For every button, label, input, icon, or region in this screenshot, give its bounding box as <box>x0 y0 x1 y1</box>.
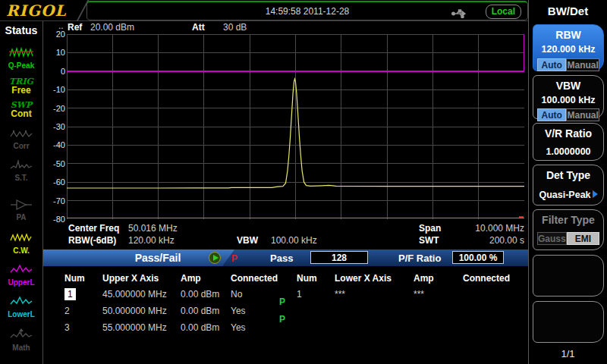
upper-limit-wave-icon <box>10 262 33 278</box>
readout-row-1: Center Freq 50.016 MHz Span 10.000 MHz <box>43 223 528 234</box>
pass-fail-bar: Pass/Fail P Pass 128 P/F Ratio 100.00 % <box>43 249 528 266</box>
att-label: Att <box>192 22 205 33</box>
upper-row-connected[interactable]: Yes <box>231 305 281 322</box>
softkey-vr-ratio[interactable]: V/R Ratio 1.0000000 <box>533 123 604 161</box>
menu-title: BW/Det <box>529 5 607 17</box>
softkey-vbw[interactable]: VBW 100.000 kHz Auto Manual <box>533 75 604 119</box>
math-wave-icon <box>10 328 33 344</box>
upper-row-amp[interactable]: 0.00 dBm <box>181 305 231 322</box>
col-header-connected-upper: Connected <box>231 266 281 288</box>
sidebar-item-label: S.T. <box>14 174 27 182</box>
sweep-time-wave-icon <box>10 159 33 174</box>
preamp-icon <box>10 199 33 213</box>
softkey-blank-2[interactable] <box>533 301 604 343</box>
pf-ratio-value: 100.00 % <box>452 251 504 264</box>
sidebar-title: Status <box>5 24 38 38</box>
sidebar-item-math: Math <box>10 328 33 352</box>
det-type-label: Det Type <box>533 169 603 181</box>
y-axis-tick: 10 <box>45 48 65 57</box>
vbw-manual-toggle[interactable]: Manual <box>566 108 599 121</box>
lower-row-x[interactable]: *** <box>335 288 414 305</box>
center-freq-value: 50.016 MHz <box>128 223 178 234</box>
y-axis-tick: -40 <box>45 140 65 149</box>
span-label: Span <box>419 223 441 234</box>
swp-value: Cont <box>11 109 31 118</box>
center-freq-label: Center Freq <box>68 223 119 234</box>
upper-row-amp[interactable]: 0.00 dBm <box>181 322 231 338</box>
vbw-label: VBW <box>237 235 258 246</box>
selected-cell[interactable]: 1 <box>64 288 76 300</box>
softkey-det-type[interactable]: Det Type Quasi-Peak <box>533 165 604 206</box>
upper-row-num[interactable]: 2 <box>64 305 102 322</box>
span-value: 10.000 MHz <box>475 223 524 234</box>
upper-row-x[interactable]: 45.000000 MHz <box>102 288 181 305</box>
y-axis-tick: -30 <box>45 122 65 131</box>
filter-emi-toggle[interactable]: EMI <box>567 232 599 245</box>
pass-count-value: 128 <box>310 251 368 264</box>
upper-row-num[interactable]: 1 <box>64 288 102 305</box>
y-axis-tick: 20 <box>45 30 65 39</box>
sidebar-item-label: PA <box>16 214 26 221</box>
pf-ratio-label: P/F Ratio <box>398 253 441 264</box>
upper-row-amp[interactable]: 0.00 dBm <box>181 288 231 305</box>
sidebar-item-label: Corr <box>13 143 29 150</box>
swt-value: 200.00 s <box>489 235 524 246</box>
col-header-lower-x: Lower X Axis <box>335 266 414 288</box>
local-mode-badge: Local <box>486 5 521 19</box>
col-header-amp-lower: Amp <box>414 266 463 288</box>
softkey-filter-type[interactable]: Filter Type Gauss EMI <box>533 209 604 250</box>
col-header-upper-x: Upper X Axis <box>102 266 181 288</box>
swt-label: SWT <box>419 235 439 246</box>
lower-row-num[interactable]: 1 <box>297 288 335 305</box>
quasi-peak-wave-icon <box>9 46 33 61</box>
trig-value: Free <box>11 86 30 95</box>
upper-row-num[interactable]: 3 <box>64 322 102 338</box>
upper-row-x[interactable]: 50.000000 MHz <box>102 305 181 322</box>
status-sidebar: Status Q-Peak TRIG Free SWP Cont <box>0 21 43 364</box>
ref-label: Ref <box>68 22 82 33</box>
rigol-logo: RIGOL <box>6 2 67 20</box>
softkey-panel: BW/Det RBW 120.000 kHz Auto Manual VBW 1… <box>528 0 607 364</box>
sidebar-item-cw: C.W. <box>10 231 33 255</box>
top-bar: RIGOL 14:59:58 2011-12-28 Local <box>0 0 607 21</box>
menu-page-indicator: 1/1 <box>529 348 607 359</box>
upper-row-x[interactable]: 55.000000 MHz <box>102 322 181 338</box>
play-button[interactable] <box>209 252 221 264</box>
sidebar-item-lowerl: LowerL <box>8 294 35 318</box>
sidebar-item-upperl: UpperL <box>8 262 35 287</box>
pass-indicator-p: P <box>231 253 237 264</box>
pass-count-label: Pass <box>270 253 293 264</box>
rbw-menu-label: RBW <box>533 29 603 41</box>
softkey-rbw[interactable]: RBW 120.000 kHz Auto Manual <box>533 24 604 71</box>
y-axis-tick: -50 <box>45 159 65 168</box>
y-axis-tick: -10 <box>45 85 65 94</box>
rbw-auto-toggle[interactable]: Auto <box>537 58 566 71</box>
pass-fail-title-tab: Pass/Fail <box>43 249 234 266</box>
rbw-value: 120.00 kHz <box>128 235 175 246</box>
sidebar-item-corr: Corr <box>10 127 33 150</box>
col-header-num-upper: Num <box>64 266 102 288</box>
lower-row-amp[interactable]: *** <box>414 288 463 305</box>
y-axis-tick: 0 <box>45 67 65 76</box>
filter-gauss-toggle[interactable]: Gauss <box>537 232 567 245</box>
sidebar-item-label: C.W. <box>13 247 30 255</box>
lower-row-connected <box>463 288 528 305</box>
sidebar-item-trig: TRIG Free <box>9 77 33 95</box>
sidebar-item-st: S.T. <box>10 159 33 182</box>
cw-wave-icon <box>10 231 33 246</box>
pass-mark: P <box>279 314 285 325</box>
sidebar-item-label: LowerL <box>8 311 35 318</box>
col-header-num-lower: Num <box>297 266 335 288</box>
spectrum-svg <box>67 34 524 219</box>
analyzer-screen: RIGOL 14:59:58 2011-12-28 Local Status <box>0 0 607 364</box>
vbw-auto-toggle[interactable]: Auto <box>537 108 566 121</box>
sidebar-item-label: Q-Peak <box>8 62 34 70</box>
col-header-connected-lower: Connected <box>463 266 528 288</box>
softkey-blank-1[interactable] <box>533 255 604 297</box>
rbw-manual-toggle[interactable]: Manual <box>566 58 599 71</box>
upper-row-connected[interactable]: No <box>231 288 281 305</box>
upper-row-connected[interactable]: Yes <box>231 322 281 338</box>
submenu-arrow-icon <box>593 190 598 198</box>
pass-mark: P <box>279 297 285 307</box>
sidebar-item-label: Math <box>12 344 30 352</box>
